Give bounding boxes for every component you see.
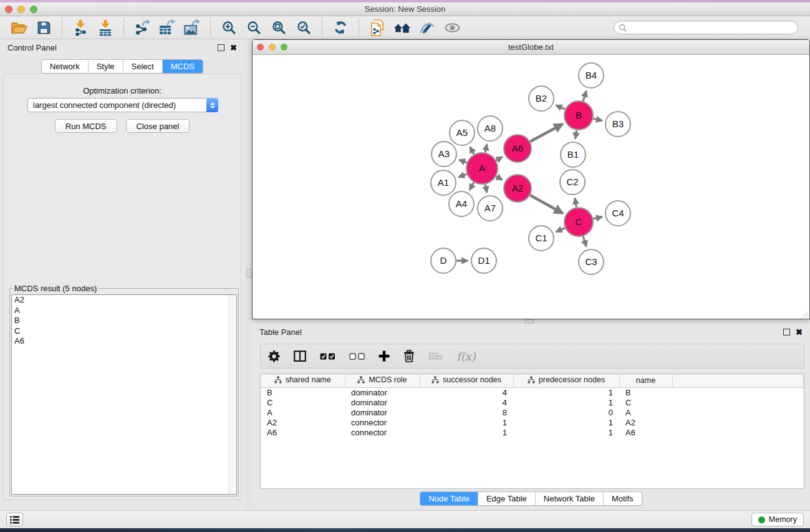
tab-node-table[interactable]: Node Table — [420, 492, 478, 505]
task-history-button[interactable] — [6, 513, 23, 526]
mcds-result-item[interactable]: C — [12, 326, 236, 337]
graph-node-A6[interactable]: A6 — [504, 135, 531, 162]
table-row[interactable]: A2connector11A2 — [261, 417, 804, 427]
export-table-icon[interactable] — [157, 18, 178, 37]
table-row[interactable]: Cdominator41C — [261, 397, 804, 407]
graph-node-C4[interactable]: C4 — [605, 201, 630, 226]
mcds-result-list[interactable]: A2ABCA6 — [11, 294, 237, 495]
add-column-icon[interactable] — [378, 351, 390, 362]
zoom-out-icon[interactable] — [243, 18, 264, 37]
show-eye-icon[interactable] — [441, 18, 463, 37]
graph-node-A8[interactable]: A8 — [478, 116, 503, 141]
zoom-fit-icon[interactable] — [268, 18, 289, 37]
graph-node-A[interactable]: A — [466, 153, 498, 184]
tab-motifs[interactable]: Motifs — [603, 492, 642, 505]
table-settings-gear-icon[interactable] — [268, 351, 280, 362]
window-resize-grip[interactable] — [800, 309, 808, 317]
table-row[interactable]: Adominator80A — [261, 407, 804, 417]
result-list-scrollbar[interactable] — [228, 295, 236, 494]
refresh-view-icon[interactable] — [330, 18, 351, 37]
mcds-result-item[interactable]: B — [12, 316, 236, 326]
network-window-titlebar[interactable]: testGlobe.txt — [253, 40, 809, 55]
graph-edge-C-C2[interactable] — [575, 198, 576, 208]
copy-style-icon[interactable] — [367, 18, 388, 37]
hide-graphics-details-icon[interactable] — [417, 18, 438, 37]
graph-edge-A-A5[interactable] — [470, 147, 475, 155]
tab-style[interactable]: Style — [88, 60, 123, 73]
graph-node-A3[interactable]: A3 — [432, 142, 456, 167]
graph-edge-A-A4[interactable] — [470, 183, 474, 190]
float-table-panel-icon[interactable] — [783, 329, 790, 336]
import-table-icon[interactable] — [95, 18, 116, 37]
select-all-rows-icon[interactable] — [320, 353, 335, 360]
home-layout-icon[interactable] — [392, 18, 413, 37]
panel-splitter-grip[interactable] — [246, 268, 251, 278]
graph-edge-B-B1[interactable] — [576, 130, 577, 139]
column-header-name[interactable]: name — [619, 374, 672, 387]
close-panel-icon[interactable]: ✖ — [230, 44, 237, 51]
mcds-result-item[interactable]: A — [12, 306, 236, 316]
graph-edge-A2-C[interactable] — [530, 195, 562, 213]
export-network-icon[interactable] — [132, 18, 153, 37]
split-view-icon[interactable] — [294, 351, 306, 362]
graph-edge-A-A6[interactable] — [496, 157, 503, 161]
run-mcds-button[interactable]: Run MCDS — [55, 119, 117, 133]
graph-edge-A6-B[interactable] — [530, 124, 562, 142]
mcds-result-item[interactable]: A6 — [12, 336, 236, 347]
tab-network[interactable]: Network — [42, 60, 88, 73]
close-panel-button[interactable]: Close panel — [126, 119, 190, 133]
network-graph[interactable]: B4B2BB3A8A5A6A3B1AA1C2A2A4A7C4CC1C3DD1 — [253, 55, 809, 319]
graph-node-B2[interactable]: B2 — [529, 86, 554, 111]
import-network-icon[interactable] — [70, 18, 91, 37]
column-header-successor-nodes[interactable]: successor nodes — [420, 374, 513, 387]
open-file-icon[interactable] — [8, 18, 29, 37]
graph-edge-A-A2[interactable] — [496, 177, 503, 180]
graph-node-C2[interactable]: C2 — [560, 170, 585, 195]
network-canvas[interactable]: B4B2BB3A8A5A6A3B1AA1C2A2A4A7C4CC1C3DD1 — [253, 55, 809, 319]
close-table-panel-icon[interactable]: ✖ — [796, 329, 803, 336]
save-session-icon[interactable] — [33, 18, 54, 37]
graph-node-C[interactable]: C — [564, 208, 593, 236]
graph-node-B4[interactable]: B4 — [579, 63, 604, 88]
graph-edge-A-A7[interactable] — [485, 184, 487, 192]
export-image-icon[interactable] — [181, 18, 203, 37]
graph-node-B1[interactable]: B1 — [561, 142, 586, 167]
graph-edge-A-A3[interactable] — [459, 160, 466, 163]
tab-select[interactable]: Select — [123, 60, 162, 73]
table-row[interactable]: Bdominator41B — [261, 387, 804, 397]
column-header-predecessor-nodes[interactable]: predecessor nodes — [513, 374, 619, 387]
node-table[interactable]: shared nameMCDS rolesuccessor nodesprede… — [260, 374, 804, 489]
graph-node-B3[interactable]: B3 — [605, 112, 630, 137]
graph-edge-C-C1[interactable] — [556, 228, 565, 232]
graph-node-D1[interactable]: D1 — [471, 248, 496, 273]
graph-edge-B-B3[interactable] — [593, 118, 602, 120]
graph-edge-C-C4[interactable] — [593, 217, 602, 219]
tab-network-table[interactable]: Network Table — [535, 492, 603, 505]
column-header-shared-name[interactable]: shared name — [261, 374, 345, 387]
graph-edge-A-A1[interactable] — [458, 174, 466, 177]
zoom-in-icon[interactable] — [218, 18, 239, 37]
graph-node-C3[interactable]: C3 — [579, 249, 604, 274]
mcds-result-item[interactable]: A2 — [12, 295, 236, 306]
graph-edge-C-C3[interactable] — [583, 236, 586, 246]
tab-edge-table[interactable]: Edge Table — [478, 492, 535, 505]
graph-node-A2[interactable]: A2 — [504, 175, 531, 202]
memory-button[interactable]: Memory — [751, 513, 804, 526]
search-input[interactable] — [629, 23, 798, 32]
graph-node-C1[interactable]: C1 — [529, 226, 554, 251]
float-panel-icon[interactable] — [218, 44, 224, 51]
graph-edge-A-A8[interactable] — [485, 144, 487, 152]
graph-node-D[interactable]: D — [431, 248, 456, 273]
graph-edge-B-B2[interactable] — [556, 105, 565, 109]
delete-column-icon[interactable] — [403, 350, 415, 362]
table-row[interactable]: A6connector11A6 — [261, 427, 804, 437]
deselect-all-rows-icon[interactable] — [349, 353, 365, 360]
criterion-dropdown[interactable]: largest connected component (directed) — [27, 98, 218, 112]
search-field[interactable] — [614, 21, 798, 34]
graph-node-A5[interactable]: A5 — [450, 120, 475, 145]
zoom-selected-icon[interactable] — [293, 18, 314, 37]
graph-node-A7[interactable]: A7 — [478, 196, 503, 221]
graph-node-A4[interactable]: A4 — [449, 191, 474, 216]
graph-node-A1[interactable]: A1 — [431, 170, 456, 195]
table-splitter-grip[interactable] — [525, 319, 534, 324]
